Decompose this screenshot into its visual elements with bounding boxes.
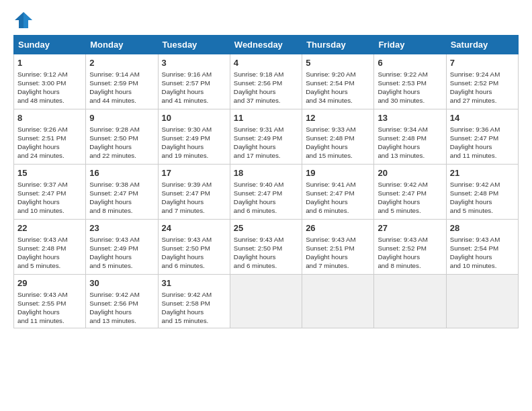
day-number: 18 [234, 167, 298, 179]
day-number: 20 [378, 167, 442, 179]
calendar-cell: 29Sunrise: 9:43 AMSunset: 2:55 PMDayligh… [14, 275, 86, 328]
day-info: Sunrise: 9:43 AMSunset: 2:54 PMDaylight … [450, 235, 515, 271]
calendar-week-row: 15Sunrise: 9:37 AMSunset: 2:47 PMDayligh… [14, 165, 519, 220]
calendar-cell: 9Sunrise: 9:28 AMSunset: 2:50 PMDaylight… [86, 109, 158, 165]
day-number: 1 [17, 57, 82, 69]
calendar-cell: 20Sunrise: 9:42 AMSunset: 2:47 PMDayligh… [374, 165, 446, 220]
calendar-cell: 2Sunrise: 9:14 AMSunset: 2:59 PMDaylight… [86, 54, 158, 109]
day-number: 25 [234, 222, 298, 234]
calendar-cell: 22Sunrise: 9:43 AMSunset: 2:48 PMDayligh… [14, 220, 86, 275]
day-number: 3 [162, 57, 226, 69]
calendar-cell: 27Sunrise: 9:43 AMSunset: 2:52 PMDayligh… [374, 220, 446, 275]
calendar-cell: 17Sunrise: 9:39 AMSunset: 2:47 PMDayligh… [158, 165, 230, 220]
day-info: Sunrise: 9:43 AMSunset: 2:51 PMDaylight … [306, 235, 370, 271]
day-number: 17 [162, 167, 226, 179]
calendar-cell: 15Sunrise: 9:37 AMSunset: 2:47 PMDayligh… [14, 165, 86, 220]
day-number: 13 [378, 112, 442, 124]
day-info: Sunrise: 9:14 AMSunset: 2:59 PMDaylight … [89, 70, 154, 105]
day-number: 30 [89, 277, 154, 289]
day-info: Sunrise: 9:18 AMSunset: 2:56 PMDaylight … [234, 70, 298, 105]
header [13, 11, 519, 30]
day-number: 2 [89, 57, 154, 69]
day-info: Sunrise: 9:43 AMSunset: 2:52 PMDaylight … [378, 235, 442, 271]
day-info: Sunrise: 9:43 AMSunset: 2:49 PMDaylight … [89, 235, 154, 271]
day-number: 9 [89, 112, 154, 124]
calendar-cell: 8Sunrise: 9:26 AMSunset: 2:51 PMDaylight… [14, 109, 86, 165]
day-number: 14 [450, 112, 515, 124]
day-number: 7 [450, 57, 515, 69]
day-info: Sunrise: 9:33 AMSunset: 2:48 PMDaylight … [306, 125, 370, 161]
calendar-cell: 3Sunrise: 9:16 AMSunset: 2:57 PMDaylight… [158, 54, 230, 109]
calendar-cell: 12Sunrise: 9:33 AMSunset: 2:48 PMDayligh… [302, 109, 374, 165]
day-number: 10 [162, 112, 226, 124]
day-number: 29 [17, 277, 82, 289]
day-number: 15 [17, 167, 82, 179]
day-info: Sunrise: 9:22 AMSunset: 2:53 PMDaylight … [378, 70, 442, 105]
day-info: Sunrise: 9:43 AMSunset: 2:50 PMDaylight … [234, 235, 298, 271]
day-info: Sunrise: 9:43 AMSunset: 2:50 PMDaylight … [162, 235, 226, 271]
day-number: 8 [17, 112, 82, 124]
calendar-day-header: Saturday [446, 36, 518, 54]
day-info: Sunrise: 9:40 AMSunset: 2:47 PMDaylight … [234, 180, 298, 216]
day-info: Sunrise: 9:43 AMSunset: 2:48 PMDaylight … [17, 235, 82, 271]
day-number: 6 [378, 57, 442, 69]
day-number: 31 [162, 277, 226, 289]
day-number: 19 [306, 167, 370, 179]
calendar-week-row: 1Sunrise: 9:12 AMSunset: 3:00 PMDaylight… [14, 54, 519, 109]
calendar-cell: 7Sunrise: 9:24 AMSunset: 2:52 PMDaylight… [446, 54, 518, 109]
calendar-cell: 4Sunrise: 9:18 AMSunset: 2:56 PMDaylight… [230, 54, 302, 109]
calendar-cell: 1Sunrise: 9:12 AMSunset: 3:00 PMDaylight… [14, 54, 86, 109]
day-info: Sunrise: 9:12 AMSunset: 3:00 PMDaylight … [17, 70, 82, 105]
day-info: Sunrise: 9:42 AMSunset: 2:47 PMDaylight … [378, 180, 442, 216]
day-info: Sunrise: 9:43 AMSunset: 2:55 PMDaylight … [17, 290, 82, 326]
calendar-day-header: Sunday [14, 36, 86, 54]
calendar-table: SundayMondayTuesdayWednesdayThursdayFrid… [13, 35, 519, 328]
day-number: 26 [306, 222, 370, 234]
day-info: Sunrise: 9:42 AMSunset: 2:48 PMDaylight … [450, 180, 515, 216]
day-info: Sunrise: 9:31 AMSunset: 2:49 PMDaylight … [234, 125, 298, 161]
day-number: 24 [162, 222, 226, 234]
calendar-day-header: Thursday [302, 36, 374, 54]
calendar-cell: 13Sunrise: 9:34 AMSunset: 2:48 PMDayligh… [374, 109, 446, 165]
calendar-day-header: Monday [86, 36, 158, 54]
day-info: Sunrise: 9:20 AMSunset: 2:54 PMDaylight … [306, 70, 370, 105]
calendar-cell: 18Sunrise: 9:40 AMSunset: 2:47 PMDayligh… [230, 165, 302, 220]
calendar-cell: 14Sunrise: 9:36 AMSunset: 2:47 PMDayligh… [446, 109, 518, 165]
calendar-cell: 23Sunrise: 9:43 AMSunset: 2:49 PMDayligh… [86, 220, 158, 275]
calendar-day-header: Tuesday [158, 36, 230, 54]
calendar-week-row: 22Sunrise: 9:43 AMSunset: 2:48 PMDayligh… [14, 220, 519, 275]
day-number: 22 [17, 222, 82, 234]
day-info: Sunrise: 9:30 AMSunset: 2:49 PMDaylight … [162, 125, 226, 161]
day-info: Sunrise: 9:16 AMSunset: 2:57 PMDaylight … [162, 70, 226, 105]
day-number: 16 [89, 167, 154, 179]
svg-marker-1 [24, 12, 32, 28]
day-number: 4 [234, 57, 298, 69]
calendar-cell: 25Sunrise: 9:43 AMSunset: 2:50 PMDayligh… [230, 220, 302, 275]
day-info: Sunrise: 9:36 AMSunset: 2:47 PMDaylight … [450, 125, 515, 161]
calendar-header-row: SundayMondayTuesdayWednesdayThursdayFrid… [14, 36, 519, 54]
calendar-week-row: 29Sunrise: 9:43 AMSunset: 2:55 PMDayligh… [14, 275, 519, 328]
calendar-cell [230, 275, 302, 328]
calendar-cell: 10Sunrise: 9:30 AMSunset: 2:49 PMDayligh… [158, 109, 230, 165]
day-number: 21 [450, 167, 515, 179]
day-info: Sunrise: 9:37 AMSunset: 2:47 PMDaylight … [17, 180, 82, 216]
page-container: SundayMondayTuesdayWednesdayThursdayFrid… [0, 0, 532, 335]
day-info: Sunrise: 9:42 AMSunset: 2:56 PMDaylight … [89, 290, 154, 326]
day-number: 11 [234, 112, 298, 124]
day-info: Sunrise: 9:34 AMSunset: 2:48 PMDaylight … [378, 125, 442, 161]
calendar-cell: 6Sunrise: 9:22 AMSunset: 2:53 PMDaylight… [374, 54, 446, 109]
calendar-week-row: 8Sunrise: 9:26 AMSunset: 2:51 PMDaylight… [14, 109, 519, 165]
day-info: Sunrise: 9:39 AMSunset: 2:47 PMDaylight … [162, 180, 226, 216]
calendar-cell: 5Sunrise: 9:20 AMSunset: 2:54 PMDaylight… [302, 54, 374, 109]
calendar-cell: 19Sunrise: 9:41 AMSunset: 2:47 PMDayligh… [302, 165, 374, 220]
calendar-cell: 24Sunrise: 9:43 AMSunset: 2:50 PMDayligh… [158, 220, 230, 275]
calendar-cell [446, 275, 518, 328]
calendar-cell: 21Sunrise: 9:42 AMSunset: 2:48 PMDayligh… [446, 165, 518, 220]
day-number: 27 [378, 222, 442, 234]
calendar-cell: 31Sunrise: 9:42 AMSunset: 2:58 PMDayligh… [158, 275, 230, 328]
day-number: 23 [89, 222, 154, 234]
day-info: Sunrise: 9:38 AMSunset: 2:47 PMDaylight … [89, 180, 154, 216]
day-number: 5 [306, 57, 370, 69]
day-info: Sunrise: 9:24 AMSunset: 2:52 PMDaylight … [450, 70, 515, 105]
calendar-cell: 30Sunrise: 9:42 AMSunset: 2:56 PMDayligh… [86, 275, 158, 328]
